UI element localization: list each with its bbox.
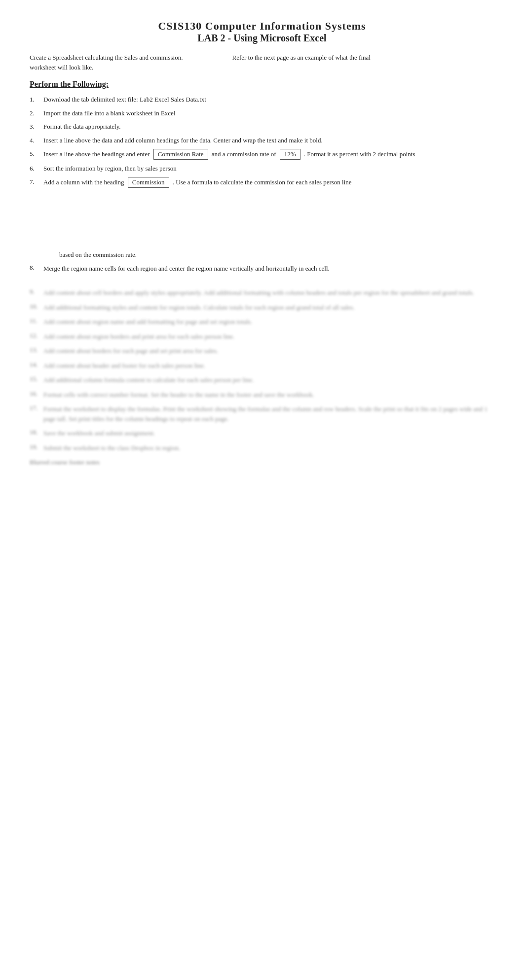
blurred-text-12: Add content about region borders and pri…: [43, 332, 494, 342]
commission-val-highlight: 12%: [280, 149, 300, 160]
commission-col-highlight: Commission: [128, 177, 169, 188]
list-content-3: Format the data appropriately.: [43, 122, 494, 132]
blurred-section: 9. Add content about cell borders and ap…: [30, 288, 494, 467]
intro-left-text: Create a Spreadsheet calculating the Sal…: [30, 54, 183, 71]
list-content-7: Add a column with the heading Commission…: [43, 177, 494, 188]
title-line2: LAB 2 - Using Microsoft Excel: [30, 33, 494, 44]
blurred-num-12: 12.: [30, 332, 43, 342]
list-item: 3. Format the data appropriately.: [30, 122, 494, 132]
section-heading: Perform the Following:: [30, 80, 494, 89]
item5-text-middle: and a commission rate of: [212, 150, 276, 158]
blurred-num-9: 9.: [30, 288, 43, 298]
blurred-num-16: 16.: [30, 390, 43, 400]
intro-right-text: Refer to the next page as an example of …: [232, 54, 370, 61]
blurred-text-16: Format cells with correct number format.…: [43, 390, 494, 400]
spacer: [30, 192, 494, 221]
blurred-num-10: 10.: [30, 303, 43, 313]
blurred-num-15: 15.: [30, 375, 43, 385]
intro-right: Refer to the next page as an example of …: [232, 53, 494, 72]
blurred-item-10: 10. Add additional formatting styles and…: [30, 303, 494, 313]
list-item: 1. Download the tab delimited text file:…: [30, 95, 494, 105]
item7-text-before: Add a column with the heading: [43, 178, 124, 186]
item7-text-after: . Use a formula to calculate the commiss…: [173, 178, 352, 186]
list-item: 5. Insert a line above the headings and …: [30, 149, 494, 160]
blurred-item-11: 11. Add content about region name and ad…: [30, 317, 494, 327]
list-num-5: 5.: [30, 149, 43, 160]
list-item-8: 8. Merge the region name cells for each …: [30, 264, 494, 274]
list-num-7: 7.: [30, 177, 43, 188]
item5-text-after: . Format it as percent with 2 decimal po…: [304, 150, 415, 158]
list-content-5: Insert a line above the headings and ent…: [43, 149, 494, 160]
commission-rate-highlight: Commission Rate: [153, 149, 208, 160]
blurred-text-15: Add additional column formula content to…: [43, 375, 494, 385]
instructions-list: 1. Download the tab delimited text file:…: [30, 95, 494, 188]
blurred-item-15: 15. Add additional column formula conten…: [30, 375, 494, 385]
list-item: 6. Sort the information by region, then …: [30, 164, 494, 174]
list-content-8: Merge the region name cells for each reg…: [43, 264, 494, 274]
blurred-num-11: 11.: [30, 317, 43, 327]
list-content-1: Download the tab delimited text file: La…: [43, 95, 494, 105]
commission-note: based on the commission rate.: [59, 251, 494, 259]
list-item: 7. Add a column with the heading Commiss…: [30, 177, 494, 188]
blurred-num-13: 13.: [30, 346, 43, 356]
blurred-num-14: 14.: [30, 361, 43, 371]
page-header: CSIS130 Computer Information Systems LAB…: [30, 20, 494, 44]
blurred-text-9: Add content about cell borders and apply…: [43, 288, 494, 298]
blurred-text-17: Format the worksheet to display the form…: [43, 404, 494, 423]
blurred-item-17: 17. Format the worksheet to display the …: [30, 404, 494, 423]
list-num-4: 4.: [30, 136, 43, 145]
blurred-text-14: Add content about header and footer for …: [43, 361, 494, 371]
list-num-2: 2.: [30, 108, 43, 118]
blurred-item-9: 9. Add content about cell borders and ap…: [30, 288, 494, 298]
blurred-item-19: 19. Submit the worksheet to the class Dr…: [30, 443, 494, 453]
blurred-text-11: Add content about region name and add fo…: [43, 317, 494, 327]
list-item: 4. Insert a line above the data and add …: [30, 136, 494, 145]
list-num-6: 6.: [30, 164, 43, 174]
intro-section: Create a Spreadsheet calculating the Sal…: [30, 53, 494, 72]
blurred-text-18: Save the workbook and submit assignment.: [43, 428, 494, 438]
blurred-text-10: Add additional formatting styles and con…: [43, 303, 494, 313]
item5-text-before: Insert a line above the headings and ent…: [43, 150, 150, 158]
blurred-item-16: 16. Format cells with correct number for…: [30, 390, 494, 400]
blurred-item-12: 12. Add content about region borders and…: [30, 332, 494, 342]
blurred-footer-note: Blurred course footer notes: [30, 457, 494, 467]
list-num-3: 3.: [30, 122, 43, 132]
blurred-num-19: 19.: [30, 443, 43, 453]
blurred-num-17: 17.: [30, 404, 43, 423]
list-content-4: Insert a line above the data and add col…: [43, 136, 494, 145]
blurred-num-18: 18.: [30, 428, 43, 438]
intro-left: Create a Spreadsheet calculating the Sal…: [30, 53, 183, 72]
title-line1: CSIS130 Computer Information Systems: [30, 20, 494, 33]
list-content-2: Import the data file into a blank worksh…: [43, 108, 494, 118]
list-content-6: Sort the information by region, then by …: [43, 164, 494, 174]
list-num-1: 1.: [30, 95, 43, 105]
blurred-item-13: 13. Add content about borders for each p…: [30, 346, 494, 356]
blurred-text-19: Submit the worksheet to the class Dropbo…: [43, 443, 494, 453]
blurred-item-14: 14. Add content about header and footer …: [30, 361, 494, 371]
blurred-item-18: 18. Save the workbook and submit assignm…: [30, 428, 494, 438]
blurred-text-13: Add content about borders for each page …: [43, 346, 494, 356]
list-num-8: 8.: [30, 264, 43, 274]
list-item: 2. Import the data file into a blank wor…: [30, 108, 494, 118]
